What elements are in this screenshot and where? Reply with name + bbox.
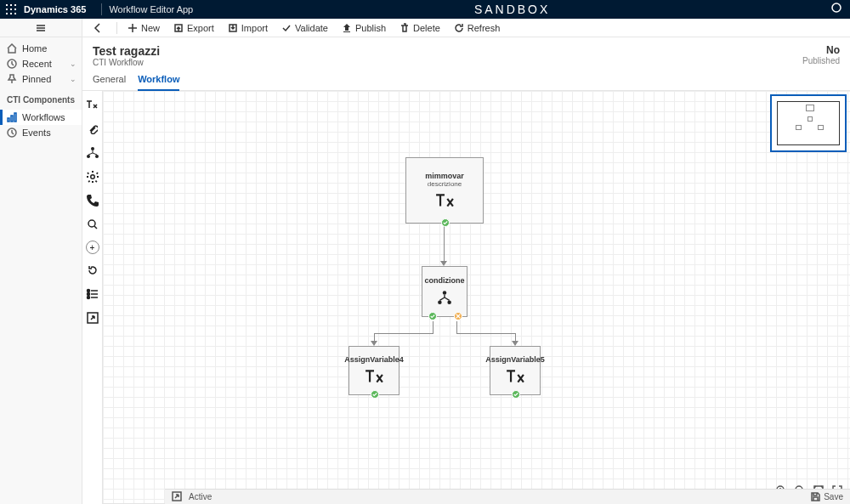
edge — [456, 333, 515, 334]
tool-attachment[interactable] — [85, 122, 100, 137]
expand-icon[interactable] — [172, 491, 182, 503]
import-icon — [228, 23, 238, 33]
node-title: condizione — [425, 276, 465, 285]
svg-point-47 — [438, 300, 442, 304]
tab-general[interactable]: General — [93, 71, 126, 90]
edge — [444, 225, 445, 264]
workflow-editor: + — [82, 91, 850, 504]
workflow-node-n2[interactable]: condizione — [422, 266, 468, 317]
published-value: No — [802, 44, 840, 56]
minimap-node — [818, 125, 824, 130]
svg-point-22 — [91, 147, 94, 150]
svg-point-25 — [88, 220, 95, 227]
separator — [116, 22, 117, 34]
svg-point-29 — [87, 293, 89, 296]
variable-icon — [435, 193, 454, 210]
button-label: Publish — [355, 23, 386, 33]
publish-button[interactable]: Publish — [335, 19, 393, 37]
tab-workflow[interactable]: Workflow — [138, 71, 179, 91]
sidebar-item-label: Workflows — [22, 112, 65, 122]
sidebar-item-home[interactable]: Home — [0, 41, 82, 56]
status-state: Active — [189, 492, 212, 501]
app-launcher-icon[interactable] — [5, 3, 17, 15]
sidebar-item-label: Home — [22, 43, 47, 54]
header-right-icon[interactable] — [831, 3, 845, 16]
save-icon[interactable] — [810, 491, 820, 503]
tool-add[interactable]: + — [86, 241, 99, 254]
status-dot-green — [512, 390, 520, 399]
back-icon — [93, 23, 103, 33]
upload-icon — [342, 23, 352, 33]
workflow-node-n1[interactable]: mimmovardescrizione — [405, 157, 484, 224]
branch-icon — [437, 290, 452, 307]
tool-branch[interactable] — [85, 145, 100, 161]
node-title: mimmovar — [425, 172, 464, 180]
status-dot-green — [441, 218, 450, 227]
tool-redo[interactable] — [85, 263, 100, 278]
status-bar: Active Save — [165, 489, 850, 504]
sidebar-item-workflows[interactable]: Workflows — [0, 110, 82, 125]
variable-icon — [506, 369, 524, 386]
svg-rect-14 — [8, 118, 9, 122]
tool-variable[interactable] — [85, 98, 100, 113]
svg-rect-6 — [6, 13, 8, 14]
environment-label: SANDBOX — [193, 3, 831, 16]
sidebar-item-pinned[interactable]: Pinned ⌄ — [0, 71, 82, 87]
export-button[interactable]: Export — [167, 19, 221, 37]
chart-icon — [7, 112, 17, 122]
app-header: Dynamics 365 Workflow Editor App SANDBOX — [0, 0, 850, 19]
svg-point-24 — [95, 155, 99, 158]
tool-export-node[interactable] — [85, 310, 100, 326]
new-button[interactable]: New — [121, 19, 167, 37]
tool-search[interactable] — [85, 217, 100, 232]
sidebar-toggle[interactable] — [0, 19, 82, 37]
svg-point-27 — [87, 290, 89, 292]
button-label: Import — [241, 23, 268, 33]
chevron-down-icon: ⌄ — [70, 59, 76, 68]
workflow-node-n3[interactable]: AssignVariable4 — [348, 346, 400, 395]
edge — [456, 321, 457, 333]
tool-list[interactable] — [85, 286, 100, 302]
sidebar: Home Recent ⌄ Pinned ⌄ CTI Components Wo… — [0, 19, 82, 504]
button-label: New — [141, 23, 160, 33]
tool-palette: + — [82, 91, 103, 504]
tool-gear[interactable] — [85, 169, 100, 184]
published-status: No Published — [802, 44, 840, 67]
minimap-node — [796, 125, 802, 130]
minimap-node — [808, 116, 813, 122]
workflow-canvas[interactable]: mimmovardescrizionecondizioneAssignVaria… — [103, 91, 850, 504]
page-header: Test ragazzi CTI Workflow No Published — [82, 37, 850, 71]
chevron-down-icon: ⌄ — [70, 75, 76, 83]
export-icon — [173, 23, 184, 33]
tool-phone[interactable] — [85, 193, 100, 208]
status-dot-green — [371, 390, 379, 399]
sidebar-item-label: Pinned — [22, 74, 51, 84]
home-icon — [7, 43, 17, 54]
refresh-icon — [454, 23, 464, 33]
edge — [374, 333, 434, 334]
tab-bar: General Workflow — [82, 71, 850, 91]
plus-icon — [128, 23, 138, 33]
svg-rect-15 — [11, 116, 13, 122]
svg-line-26 — [94, 226, 97, 229]
svg-rect-16 — [14, 113, 16, 122]
trash-icon — [400, 23, 410, 33]
app-name: Workflow Editor App — [109, 4, 193, 14]
sidebar-item-label: Recent — [22, 59, 52, 69]
clock-icon — [7, 127, 17, 138]
check-icon — [281, 23, 292, 33]
save-label[interactable]: Save — [824, 492, 843, 501]
validate-button[interactable]: Validate — [275, 19, 335, 37]
delete-button[interactable]: Delete — [393, 19, 447, 37]
refresh-button[interactable]: Refresh — [447, 19, 507, 37]
svg-rect-8 — [14, 13, 16, 14]
minimap[interactable] — [770, 94, 847, 152]
workflow-node-n4[interactable]: AssignVariable5 — [490, 346, 541, 395]
sidebar-item-label: Events — [22, 127, 51, 138]
sidebar-item-events[interactable]: Events — [0, 125, 82, 140]
back-button[interactable] — [86, 19, 113, 37]
brand-label: Dynamics 365 — [24, 4, 86, 14]
page-subtitle: CTI Workflow — [93, 58, 160, 67]
import-button[interactable]: Import — [221, 19, 275, 37]
sidebar-item-recent[interactable]: Recent ⌄ — [0, 56, 82, 71]
